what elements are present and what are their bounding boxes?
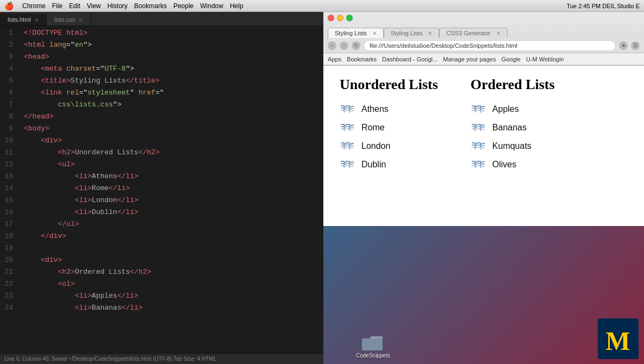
ordered-list-section: Ordered Lists Apples (471, 77, 555, 178)
folder-icon-area[interactable]: CodeSnippets (356, 334, 390, 359)
code-line-16: </ul> (24, 218, 323, 230)
folder-label: CodeSnippets (356, 353, 390, 359)
ordered-item-kumquats: Kumquats (492, 141, 532, 151)
menu-history[interactable]: History (108, 2, 128, 10)
browser-tab-1-close[interactable]: ✕ (428, 30, 432, 36)
unordered-item-rome: Rome (361, 123, 385, 133)
list-item: Rome (340, 122, 438, 133)
code-line-12: <li>Athens</li> (24, 171, 323, 183)
code-line-8: <body> (24, 123, 323, 135)
browser-tab-0[interactable]: Styling Lists ✕ (328, 28, 384, 38)
browser-panel: Styling Lists ✕ Styling Lists ✕ CSS3 Gen… (323, 12, 644, 364)
browser-tab-0-label: Styling Lists (335, 30, 367, 36)
code-line-23: <li>Bananas</li> (24, 302, 323, 314)
status-text: Line 6; Column 40; Saved ~/Desktop/CodeS… (4, 356, 216, 362)
code-line-5: <title>Styling Lists</title> (24, 75, 323, 87)
list-bullet-icon (340, 141, 356, 152)
bookmark-star[interactable]: ★ (619, 41, 628, 50)
status-bar: Line 6; Column 40; Saved ~/Desktop/CodeS… (0, 353, 323, 364)
menu-help[interactable]: Help (230, 2, 243, 10)
ordered-bullet-icon (471, 141, 487, 152)
folder-icon (362, 334, 384, 352)
bookmark-google[interactable]: Google (501, 56, 520, 62)
list-item: Kumquats (471, 141, 555, 152)
unordered-list-section: Unordered Lists Athens (340, 77, 438, 178)
browser-tab-0-close[interactable]: ✕ (372, 30, 377, 36)
browser-chrome: Styling Lists ✕ Styling Lists ✕ CSS3 Gen… (323, 12, 644, 66)
minimize-button[interactable] (337, 15, 343, 21)
menu-view[interactable]: View (87, 2, 101, 10)
code-line-21: <ol> (24, 278, 323, 290)
svg-rect-0 (362, 338, 383, 350)
code-line-6: <link rel="stylesheet" href=" (24, 87, 323, 99)
menu-bar: 🍎 Chrome File Edit View History Bookmark… (0, 0, 644, 12)
code-line-2: <html lang="en"> (24, 39, 323, 51)
code-line-11: <ul> (24, 159, 323, 171)
list-item: Bananas (471, 122, 555, 133)
line-numbers: 12345 678910 1112131415 1617181920 21222… (0, 26, 17, 353)
close-button[interactable] (328, 15, 334, 21)
browser-tab-1[interactable]: Styling Lists ✕ (384, 28, 440, 38)
bookmark-manage[interactable]: Manage your pages (443, 56, 496, 62)
list-bullet-icon (340, 159, 356, 170)
ordered-item-apples: Apples (492, 104, 519, 114)
code-line-22: <li>Apples</li> (24, 290, 323, 302)
menu-window[interactable]: Window (200, 2, 223, 10)
code-line-13: <li>Rome</li> (24, 183, 323, 194)
bookmark-bookmarks[interactable]: Bookmarks (347, 56, 377, 62)
code-line-18 (24, 242, 323, 254)
main-area: lists.html ✕ lists.css ✕ 12345 678910 11… (0, 12, 644, 364)
code-area: <!DOCTYPE html> <html lang="en"> <head> … (17, 26, 323, 353)
code-line-3: <head> (24, 51, 323, 63)
code-line-6b: css\lists.css"> (24, 99, 323, 111)
browser-nav-bar: ‹ › ↻ file:///Users/deilstudioe/Desktop/… (323, 38, 644, 53)
traffic-lights (328, 15, 353, 21)
editor-tab-html-close[interactable]: ✕ (34, 17, 39, 23)
browser-tab-2[interactable]: CSS3 Generator ✕ (439, 28, 507, 38)
browser-content: Unordered Lists Athens (323, 66, 644, 226)
maximize-button[interactable] (346, 15, 353, 21)
menu-bookmarks[interactable]: Bookmarks (134, 2, 167, 10)
refresh-button[interactable]: ↻ (352, 41, 360, 50)
menu-edit[interactable]: Edit (69, 2, 80, 10)
list-bullet-icon (340, 122, 356, 133)
browser-tab-1-label: Styling Lists (391, 30, 423, 36)
code-line-17: </div> (24, 230, 323, 242)
list-item: Apples (471, 104, 555, 115)
michigan-logo: M (598, 318, 639, 361)
list-item: Athens (340, 104, 438, 115)
forward-button[interactable]: › (340, 41, 348, 50)
unordered-item-dublin: Dublin (361, 160, 386, 170)
lists-container: Unordered Lists Athens (340, 77, 628, 178)
menu-file[interactable]: File (52, 2, 62, 10)
back-button[interactable]: ‹ (328, 41, 336, 50)
ordered-list: Apples Bananas (471, 104, 555, 170)
bookmarks-bar: Apps Bookmarks Dashboard - Googl... Mana… (323, 53, 644, 65)
code-line-20: <h2>Ordered Lists</h2> (24, 266, 323, 278)
ordered-heading: Ordered Lists (471, 77, 555, 93)
url-bar[interactable]: file:///Users/deilstudioe/Desktop/CodeSn… (364, 40, 616, 51)
editor-tab-css-close[interactable]: ✕ (78, 17, 83, 23)
browser-menu[interactable]: ☰ (631, 41, 640, 50)
editor-tab-html[interactable]: lists.html ✕ (0, 14, 47, 26)
editor-panel: lists.html ✕ lists.css ✕ 12345 678910 11… (0, 12, 323, 364)
code-line-1: <!DOCTYPE html> (24, 27, 323, 39)
menu-people[interactable]: People (173, 2, 193, 10)
editor-tab-css[interactable]: lists.css ✕ (47, 14, 91, 26)
editor-content[interactable]: 12345 678910 1112131415 1617181920 21222… (0, 26, 323, 353)
editor-tab-html-label: lists.html (8, 16, 31, 23)
menu-chrome[interactable]: Chrome (22, 2, 46, 10)
code-line-4: <meta charset="UTF-8"> (24, 63, 323, 75)
code-line-15: <li>Dublin</li> (24, 206, 323, 218)
svg-text:M: M (605, 327, 630, 355)
list-item: Dublin (340, 159, 438, 170)
list-item: London (340, 141, 438, 152)
bookmark-dashboard[interactable]: Dashboard - Googl... (382, 56, 437, 62)
editor-tab-css-label: lists.css (54, 16, 76, 23)
bookmark-apps[interactable]: Apps (328, 56, 341, 62)
browser-tab-2-close[interactable]: ✕ (496, 30, 501, 36)
ordered-item-olives: Olives (492, 160, 516, 170)
code-line-10: <h2>Unordered Lists</h2> (24, 147, 323, 159)
apple-menu[interactable]: 🍎 (4, 2, 14, 10)
bookmark-umweblogin[interactable]: U-M Weblogin (526, 56, 564, 62)
